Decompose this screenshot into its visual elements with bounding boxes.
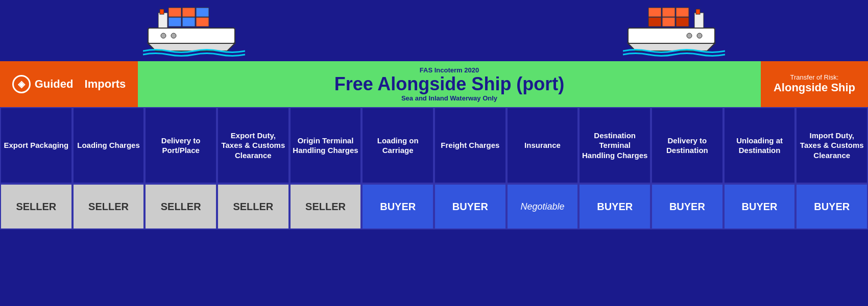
svg-rect-13 bbox=[662, 8, 675, 17]
svg-rect-6 bbox=[158, 13, 167, 28]
col-header-freight-charges: Freight Charges bbox=[434, 107, 507, 184]
logo-container: ◈ Guided Imports bbox=[12, 75, 126, 93]
header-row: ◈ Guided Imports FAS Incoterm 2020 Free … bbox=[0, 61, 868, 107]
logo-text-normal: Guided bbox=[35, 78, 74, 91]
svg-rect-18 bbox=[694, 13, 704, 28]
svg-rect-1 bbox=[182, 8, 195, 17]
val-cell-loading-carriage: BUYER bbox=[361, 184, 434, 230]
risk-cell: Transfer of Risk: Alongside Ship bbox=[761, 61, 868, 107]
val-cell-freight-charges: BUYER bbox=[434, 184, 507, 230]
svg-point-11 bbox=[171, 33, 176, 38]
col-header-unloading-dest: Unloading at Destination bbox=[724, 107, 796, 184]
risk-label: Transfer of Risk: bbox=[790, 73, 839, 81]
col-header-delivery-dest: Delivery to Destination bbox=[651, 107, 724, 184]
svg-rect-2 bbox=[196, 8, 209, 17]
right-ship bbox=[623, 5, 725, 61]
val-cell-export-packaging: SELLER bbox=[0, 184, 73, 230]
col-header-export-packaging: Export Packaging bbox=[0, 107, 73, 184]
svg-rect-16 bbox=[662, 17, 675, 27]
incoterm-label: FAS Incoterm 2020 bbox=[420, 66, 479, 74]
val-cell-delivery-dest: BUYER bbox=[651, 184, 724, 230]
svg-rect-15 bbox=[648, 17, 661, 27]
svg-rect-3 bbox=[168, 17, 181, 27]
col-header-insurance: Insurance bbox=[507, 107, 579, 184]
logo-text-bold: Imports bbox=[85, 78, 126, 91]
ships-area bbox=[0, 0, 868, 61]
val-cell-import-duty: BUYER bbox=[795, 184, 868, 230]
svg-point-23 bbox=[697, 33, 702, 38]
risk-value: Alongside Ship bbox=[774, 81, 855, 94]
svg-point-22 bbox=[687, 33, 692, 38]
val-cell-export-duty: SELLER bbox=[217, 184, 290, 230]
svg-rect-4 bbox=[182, 17, 195, 27]
svg-rect-14 bbox=[676, 8, 689, 17]
values-row: SELLERSELLERSELLERSELLERSELLERBUYERBUYER… bbox=[0, 184, 868, 230]
logo-cell: ◈ Guided Imports bbox=[0, 61, 138, 107]
svg-rect-7 bbox=[160, 9, 164, 14]
svg-rect-19 bbox=[696, 9, 700, 14]
columns-header-row: Export PackagingLoading ChargesDelivery … bbox=[0, 107, 868, 184]
page-wrapper: ◈ Guided Imports FAS Incoterm 2020 Free … bbox=[0, 0, 868, 306]
col-header-dest-terminal: Destination Terminal Handling Charges bbox=[578, 107, 651, 184]
col-header-loading-charges: Loading Charges bbox=[73, 107, 145, 184]
svg-rect-17 bbox=[676, 17, 689, 27]
val-cell-origin-terminal: SELLER bbox=[290, 184, 362, 230]
val-cell-unloading-dest: BUYER bbox=[724, 184, 796, 230]
incoterm-note: Sea and Inland Waterway Only bbox=[401, 94, 497, 102]
title-cell: FAS Incoterm 2020 Free Alongside Ship (p… bbox=[138, 61, 761, 107]
col-header-import-duty: Import Duty, Taxes & Customs Clearance bbox=[795, 107, 868, 184]
val-cell-delivery-port: SELLER bbox=[144, 184, 217, 230]
svg-rect-12 bbox=[648, 8, 661, 17]
val-cell-loading-charges: SELLER bbox=[73, 184, 145, 230]
svg-point-10 bbox=[161, 33, 166, 38]
col-header-export-duty: Export Duty, Taxes & Customs Clearance bbox=[217, 107, 290, 184]
val-cell-dest-terminal: BUYER bbox=[578, 184, 651, 230]
left-ship bbox=[143, 5, 245, 61]
svg-rect-5 bbox=[196, 17, 209, 27]
val-cell-insurance: Negotiable bbox=[507, 184, 579, 230]
svg-rect-0 bbox=[168, 8, 181, 17]
col-header-loading-carriage: Loading on Carriage bbox=[361, 107, 434, 184]
logo-icon: ◈ bbox=[12, 75, 31, 93]
incoterm-title: Free Alongside Ship (port) bbox=[334, 74, 565, 94]
col-header-origin-terminal: Origin Terminal Handling Charges bbox=[290, 107, 362, 184]
col-header-delivery-port: Delivery to Port/Place bbox=[144, 107, 217, 184]
